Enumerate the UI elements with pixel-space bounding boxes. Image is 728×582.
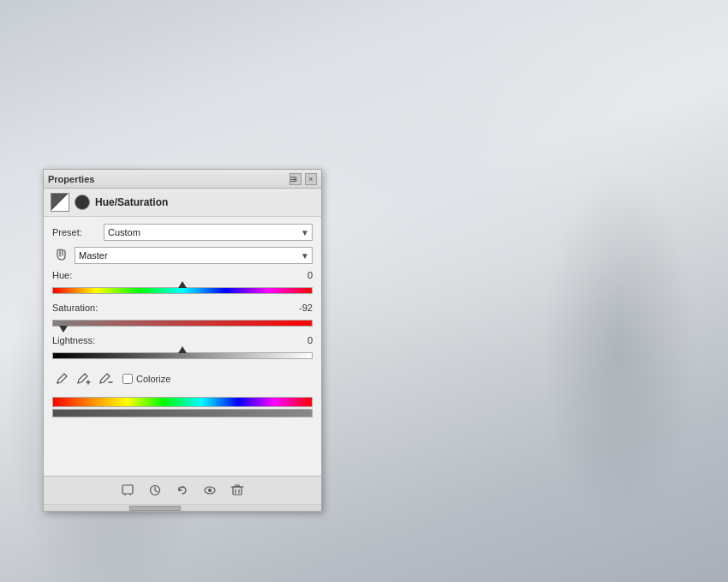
hue-value: 0 (287, 270, 313, 280)
lightness-section: Lightness: 0 (52, 335, 313, 364)
hand-tool-icon[interactable] (52, 246, 71, 265)
svg-point-4 (208, 489, 212, 492)
panel-scrollbar[interactable] (44, 504, 321, 511)
panel-footer (44, 476, 321, 504)
lightness-thumb[interactable] (178, 345, 187, 353)
panel-header: Hue/Saturation (44, 189, 321, 217)
color-bars (52, 397, 313, 417)
saturation-value: -92 (287, 303, 313, 313)
colorize-row: Colorize (122, 374, 170, 384)
saturation-label: Saturation: (52, 303, 98, 313)
lightness-value: 0 (287, 335, 313, 345)
svg-point-0 (57, 382, 59, 384)
lightness-track-wrapper[interactable] (52, 347, 313, 364)
svg-rect-5 (233, 487, 242, 495)
layer-icon (51, 193, 69, 212)
panel-content: Preset: CustomDefaultStrong SaturationDe… (44, 217, 321, 424)
scrollbar-thumb[interactable] (129, 506, 181, 511)
lightness-track[interactable] (52, 352, 313, 359)
clip-button[interactable] (117, 480, 138, 501)
panel-spacer (44, 424, 321, 476)
colorize-checkbox[interactable] (122, 374, 133, 384)
hue-track-wrapper[interactable] (52, 282, 313, 299)
delete-button[interactable] (227, 480, 248, 501)
colorize-label: Colorize (136, 374, 170, 384)
channel-row: MasterRedsYellowsGreensCyansBluesMagenta… (52, 246, 313, 265)
color-bar-rainbow (52, 397, 313, 407)
channel-dropdown-wrapper: MasterRedsYellowsGreensCyansBluesMagenta… (75, 247, 313, 264)
preset-row: Preset: CustomDefaultStrong SaturationDe… (52, 224, 313, 241)
hue-thumb[interactable] (178, 279, 187, 288)
hue-label: Hue: (52, 270, 72, 280)
saturation-thumb[interactable] (59, 326, 68, 334)
saturation-section: Saturation: -92 (52, 303, 313, 332)
close-button[interactable]: × (305, 173, 317, 185)
channel-dropdown[interactable]: MasterRedsYellowsGreensCyansBluesMagenta… (75, 247, 313, 264)
lightness-label: Lightness: (52, 335, 95, 345)
add-sample-tool[interactable] (75, 369, 93, 388)
saturation-label-row: Saturation: -92 (52, 303, 313, 313)
panel-titlebar: Properties « × ≡ (44, 170, 321, 189)
eyedropper-tool[interactable] (52, 369, 71, 388)
tools-row: Colorize (52, 369, 313, 388)
panel-title: Properties (48, 174, 94, 184)
hue-section: Hue: 0 (52, 270, 313, 299)
previous-state-button[interactable] (145, 480, 165, 501)
hue-track[interactable] (52, 287, 313, 294)
sub-sample-tool[interactable] (97, 369, 116, 388)
layer-mask-icon (75, 195, 90, 210)
visibility-button[interactable] (200, 480, 220, 501)
preset-dropdown[interactable]: CustomDefaultStrong SaturationDesaturate… (104, 224, 313, 241)
color-bar-result (52, 409, 313, 417)
svg-rect-1 (122, 485, 133, 494)
panel-menu-button[interactable]: ≡ (285, 172, 301, 186)
adjustment-title: Hue/Saturation (95, 196, 168, 208)
preset-label: Preset: (52, 227, 104, 237)
preset-dropdown-wrapper: CustomDefaultStrong SaturationDesaturate… (104, 224, 313, 241)
saturation-track[interactable] (52, 320, 313, 327)
saturation-track-wrapper[interactable] (52, 315, 313, 332)
reset-button[interactable] (172, 480, 193, 501)
properties-panel: Properties « × ≡ Hue/Saturation Preset: … (43, 169, 322, 512)
